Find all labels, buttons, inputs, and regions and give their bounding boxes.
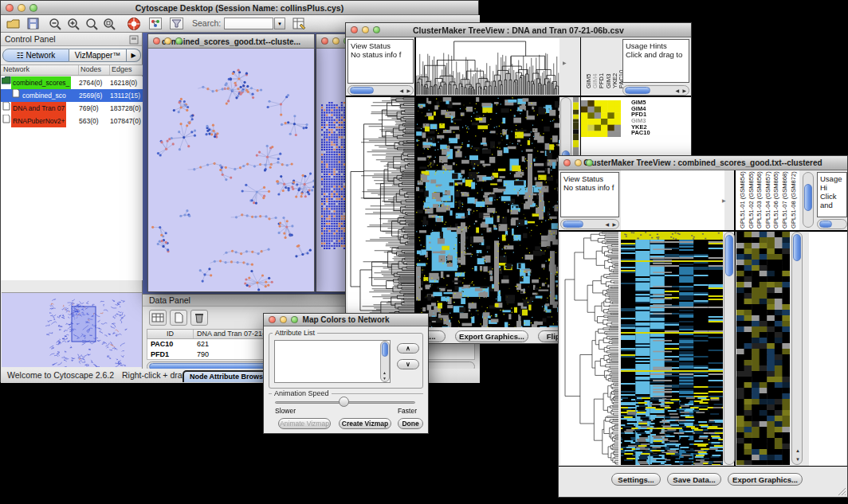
gene-label[interactable]: [809, 429, 846, 436]
treeview1-title-bar[interactable]: ClusterMaker TreeView : DNA and Tran 07-…: [346, 23, 691, 37]
delete-attribute-icon[interactable]: [190, 310, 208, 326]
treeview2-gene-list[interactable]: [809, 232, 846, 466]
search-input[interactable]: [224, 18, 273, 29]
gene-label[interactable]: [809, 254, 846, 261]
network-row[interactable]: combined_scores_ 2764(0) 16218(0): [1, 76, 143, 89]
treeview1-mini-heatmap[interactable]: [581, 100, 621, 137]
save-data-button[interactable]: Save Data...: [667, 473, 721, 486]
zoom-icon[interactable]: [175, 37, 183, 45]
gene-label[interactable]: [809, 378, 846, 385]
close-icon[interactable]: [321, 37, 328, 45]
splitter-arrow-icon[interactable]: ▶: [563, 60, 567, 65]
gene-label[interactable]: [809, 342, 846, 349]
zoom-icon[interactable]: [373, 26, 380, 33]
tab-overflow-icon[interactable]: ▶: [127, 49, 141, 62]
gene-label[interactable]: [809, 305, 846, 312]
animate-vizmap-button[interactable]: Animate Vizmap: [278, 418, 331, 429]
gene-label[interactable]: [809, 415, 846, 422]
gene-label[interactable]: [809, 262, 846, 269]
treeview2-row-dendrogram[interactable]: [560, 232, 619, 465]
help-lifering-icon[interactable]: [127, 17, 141, 31]
window-controls[interactable]: [563, 159, 593, 166]
gene-label[interactable]: [809, 451, 846, 458]
window-controls[interactable]: [269, 316, 298, 323]
tab-network[interactable]: ☷ Network: [2, 49, 69, 62]
treeview1-row-dendrogram[interactable]: [347, 97, 414, 327]
gene-label[interactable]: [809, 334, 846, 342]
gene-label[interactable]: [809, 349, 846, 356]
close-icon[interactable]: [351, 26, 358, 33]
network-view-1[interactable]: [148, 49, 314, 291]
gene-label[interactable]: [809, 298, 846, 305]
treeview2-hints-hscrollbar[interactable]: [817, 219, 847, 229]
network-row[interactable]: RNAPuberNov2+ 563(0) 107847(0): [1, 115, 143, 127]
gene-label[interactable]: [809, 327, 846, 334]
resize-grip[interactable]: [837, 486, 846, 496]
settings-button[interactable]: Settings...: [611, 473, 661, 486]
treeview1-status-hscrollbar[interactable]: ◀▶: [347, 85, 414, 96]
table-report-icon[interactable]: [292, 17, 307, 31]
gene-label[interactable]: [809, 291, 846, 298]
attribute-item[interactable]: [275, 341, 390, 348]
treeview1-column-dendrogram[interactable]: [416, 38, 559, 95]
zoom-selected-icon[interactable]: [85, 18, 99, 30]
attribute-list-vscrollbar[interactable]: ▲▼: [380, 341, 390, 382]
minimize-icon[interactable]: [18, 4, 26, 12]
tab-node-attribute-browser[interactable]: Node Attribute Brows: [183, 370, 270, 382]
window-controls[interactable]: [153, 37, 183, 45]
close-icon[interactable]: [6, 4, 14, 12]
gene-label[interactable]: [809, 232, 846, 240]
treeview2-heatmap[interactable]: [621, 232, 723, 465]
gene-label[interactable]: [809, 320, 846, 327]
treeview2-hints-vscrollbar[interactable]: [803, 172, 814, 228]
zoom-icon[interactable]: [586, 159, 593, 166]
attribute-item[interactable]: [275, 348, 390, 355]
vizmapper-icon[interactable]: [149, 18, 163, 30]
gene-label[interactable]: [809, 283, 846, 291]
network-overview-canvas[interactable]: [2, 294, 140, 367]
gene-label[interactable]: [809, 385, 846, 393]
gene-label[interactable]: [809, 407, 846, 414]
open-folder-icon[interactable]: [6, 18, 21, 30]
table-mode-icon[interactable]: [149, 310, 167, 326]
network-window-1-title-bar[interactable]: combined_scores_good.txt--cluste...: [148, 34, 314, 49]
treeview1-heatmap[interactable]: [416, 97, 559, 327]
close-icon[interactable]: [269, 316, 276, 323]
move-down-button[interactable]: ∨: [397, 359, 419, 369]
network-row[interactable]: DNA and Tran 07 769(0) 183728(0): [1, 102, 143, 115]
gene-label[interactable]: [809, 269, 846, 276]
main-title-bar[interactable]: Cytoscape Desktop (Session Name: collins…: [1, 1, 478, 15]
export-graphics-button[interactable]: Export Graphics...: [455, 330, 528, 342]
gene-label[interactable]: [809, 371, 846, 378]
speed-slider-thumb[interactable]: [339, 397, 349, 407]
export-graphics-button[interactable]: Export Graphics...: [728, 473, 803, 486]
close-icon[interactable]: [153, 37, 160, 45]
treeview2-detail-heatmap[interactable]: [736, 232, 790, 465]
gene-label[interactable]: [809, 400, 846, 407]
tab-vizmapper[interactable]: VizMapper™: [69, 49, 127, 62]
zoom-icon[interactable]: [29, 4, 37, 12]
network-2-canvas[interactable]: [321, 102, 345, 250]
attribute-item[interactable]: [275, 377, 390, 383]
treeview2-status-hscrollbar[interactable]: ◀▶: [560, 219, 619, 229]
gene-label[interactable]: [809, 356, 846, 363]
attribute-item[interactable]: [275, 356, 390, 363]
minimize-icon[interactable]: [575, 159, 582, 166]
zoom-in-icon[interactable]: [67, 18, 80, 30]
gene-label[interactable]: [809, 240, 846, 247]
filter-icon[interactable]: [170, 18, 184, 30]
search-dropdown-icon[interactable]: ▼: [274, 18, 285, 29]
treeview2-vscrollbar[interactable]: [724, 232, 735, 465]
gene-label[interactable]: [809, 393, 846, 400]
zoom-out-icon[interactable]: [49, 18, 62, 30]
network-row[interactable]: combined_sco 2569(6) 13112(15): [1, 89, 143, 102]
zoom-icon[interactable]: [291, 316, 298, 323]
window-controls[interactable]: [351, 26, 380, 33]
minimize-icon[interactable]: [280, 316, 287, 323]
gene-label[interactable]: [809, 364, 846, 371]
gene-label[interactable]: [809, 247, 846, 254]
attribute-item[interactable]: [275, 363, 390, 370]
attribute-item[interactable]: [275, 370, 390, 377]
gene-label[interactable]: [809, 443, 846, 451]
treeview1-hints-hscrollbar[interactable]: ◀▶: [622, 85, 689, 96]
